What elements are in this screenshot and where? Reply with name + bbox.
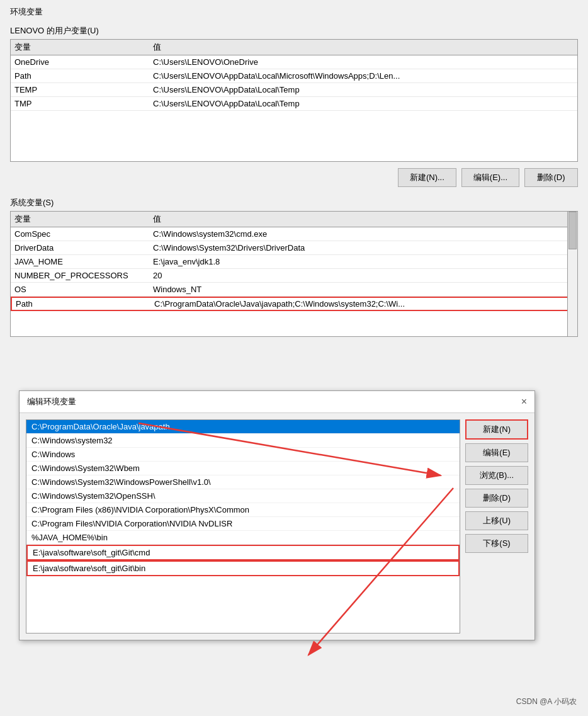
row-var: ComSpec [14, 229, 153, 239]
row-val: C:\Users\LENOVO\AppData\Local\Temp [153, 85, 574, 94]
row-var: TEMP [14, 85, 153, 94]
list-item[interactable]: C:\Windows [26, 448, 460, 462]
list-item[interactable]: C:\Windows\System32\Wbem [26, 462, 460, 475]
table-row[interactable]: OneDrive C:\Users\LENOVO\OneDrive [11, 55, 577, 69]
user-edit-button[interactable]: 编辑(E)... [461, 168, 519, 187]
table-row[interactable]: NUMBER_OF_PROCESSORS 20 [11, 269, 577, 283]
row-var: DriverData [14, 243, 153, 253]
list-item[interactable]: C:\Windows\System32\WindowsPowerShell\v1… [26, 475, 460, 489]
edit-dialog-close-button[interactable]: × [521, 396, 527, 407]
table-row[interactable]: TMP C:\Users\LENOVO\AppData\Local\Temp [11, 97, 577, 111]
table-row[interactable]: TEMP C:\Users\LENOVO\AppData\Local\Temp [11, 83, 577, 97]
list-item-text: %JAVA_HOME%\bin [31, 533, 108, 542]
edit-button-column: 新建(N) 编辑(E) 浏览(B)... 删除(D) 上移(U) 下移(S) [465, 419, 528, 634]
row-val: C:\Users\LENOVO\AppData\Local\Microsoft\… [153, 71, 574, 81]
table-row[interactable]: OS Windows_NT [11, 283, 577, 297]
user-variables-table: 变量 值 OneDrive C:\Users\LENOVO\OneDrive P… [10, 39, 578, 162]
user-new-button[interactable]: 新建(N)... [398, 168, 456, 187]
edit-new-button[interactable]: 新建(N) [465, 419, 528, 440]
list-item-text: C:\Program Files (x86)\NVIDIA Corporatio… [31, 505, 249, 514]
row-val: C:\Windows\System32\Drivers\DriverData [153, 243, 574, 253]
edit-delete-button[interactable]: 删除(D) [465, 489, 528, 508]
edit-dialog-content: C:\ProgramData\Oracle\Java\javapath C:\W… [20, 413, 534, 640]
list-item-text: C:\ProgramData\Oracle\Java\javapath [31, 422, 170, 431]
row-var: OS [14, 285, 153, 294]
list-item-text: E:\java\software\soft_git\Git\bin [33, 564, 145, 573]
table-row[interactable]: ComSpec C:\Windows\system32\cmd.exe [11, 227, 577, 241]
edit-dialog-titlebar: 编辑环境变量 × [20, 391, 534, 413]
main-dialog: 环境变量 LENOVO 的用户变量(U) 变量 值 OneDrive C:\Us… [0, 0, 588, 716]
list-item[interactable]: %JAVA_HOME%\bin [26, 531, 460, 545]
user-table-header: 变量 值 [11, 40, 577, 55]
list-item[interactable]: C:\Program Files\NVIDIA Corporation\NVID… [26, 517, 460, 531]
watermark: CSDN @A 小码农 [516, 696, 577, 707]
sys-table-header: 变量 值 [11, 212, 577, 227]
edit-edit-button[interactable]: 编辑(E) [465, 443, 528, 462]
list-item-text: E:\java\software\soft_git\Git\cmd [33, 548, 150, 557]
row-var: Path [14, 71, 153, 81]
list-item-text: C:\Windows\System32\OpenSSH\ [31, 491, 155, 501]
list-item[interactable]: C:\Windows\system32 [26, 434, 460, 448]
row-val: C:\Users\LENOVO\OneDrive [153, 57, 574, 67]
user-delete-button[interactable]: 删除(D) [524, 168, 578, 187]
scrollbar[interactable] [567, 212, 577, 336]
row-var: Path [16, 299, 154, 309]
row-var: JAVA_HOME [14, 257, 153, 266]
list-item-text: C:\Program Files\NVIDIA Corporation\NVID… [31, 519, 232, 528]
user-col-val-header: 值 [153, 42, 574, 53]
row-val: E:\java_env\jdk1.8 [153, 257, 574, 266]
sys-section-label: 系统变量(S) [10, 197, 578, 208]
list-item[interactable]: C:\Windows\System32\OpenSSH\ [26, 489, 460, 503]
row-var: OneDrive [14, 57, 153, 67]
edit-env-dialog: 编辑环境变量 × C:\ProgramData\Oracle\Java\java… [19, 390, 535, 640]
dialog-title: 环境变量 [10, 6, 578, 18]
list-item-new-git-cmd[interactable]: E:\java\software\soft_git\Git\cmd [26, 545, 460, 560]
scrollbar-thumb[interactable] [568, 212, 577, 249]
sys-col-val-header: 值 [153, 213, 574, 225]
table-row[interactable]: Path C:\Users\LENOVO\AppData\Local\Micro… [11, 69, 577, 83]
edit-move-up-button[interactable]: 上移(U) [465, 511, 528, 530]
row-var: TMP [14, 99, 153, 108]
user-col-var-header: 变量 [14, 42, 153, 53]
row-val: 20 [153, 271, 574, 280]
user-button-row: 新建(N)... 编辑(E)... 删除(D) [10, 168, 578, 187]
edit-move-down-button[interactable]: 下移(S) [465, 534, 528, 553]
list-item[interactable]: C:\ProgramData\Oracle\Java\javapath [26, 420, 460, 434]
edit-dialog-title: 编辑环境变量 [27, 396, 76, 407]
list-item-text: C:\Windows [31, 450, 75, 459]
row-val: C:\ProgramData\Oracle\Java\javapath;C:\W… [154, 299, 572, 309]
sys-variables-table: 变量 值 ComSpec C:\Windows\system32\cmd.exe… [10, 211, 578, 337]
sys-path-row[interactable]: Path C:\ProgramData\Oracle\Java\javapath… [11, 297, 577, 311]
row-val: Windows_NT [153, 285, 574, 294]
row-var: NUMBER_OF_PROCESSORS [14, 271, 153, 280]
table-empty-space [11, 111, 577, 161]
list-item-text: C:\Windows\System32\Wbem [31, 463, 140, 473]
user-section-label: LENOVO 的用户变量(U) [10, 25, 578, 37]
sys-col-var-header: 变量 [14, 213, 153, 225]
edit-browse-button[interactable]: 浏览(B)... [465, 466, 528, 485]
list-item-text: C:\Windows\system32 [31, 436, 113, 445]
list-item-text: C:\Windows\System32\WindowsPowerShell\v1… [31, 477, 211, 487]
table-row[interactable]: DriverData C:\Windows\System32\Drivers\D… [11, 241, 577, 255]
row-val: C:\Windows\system32\cmd.exe [153, 229, 574, 239]
row-val: C:\Users\LENOVO\AppData\Local\Temp [153, 99, 574, 108]
list-item-new-git-bin[interactable]: E:\java\software\soft_git\Git\bin [26, 560, 460, 576]
table-row[interactable]: JAVA_HOME E:\java_env\jdk1.8 [11, 255, 577, 269]
edit-path-list[interactable]: C:\ProgramData\Oracle\Java\javapath C:\W… [26, 419, 460, 634]
list-item[interactable]: C:\Program Files (x86)\NVIDIA Corporatio… [26, 503, 460, 517]
